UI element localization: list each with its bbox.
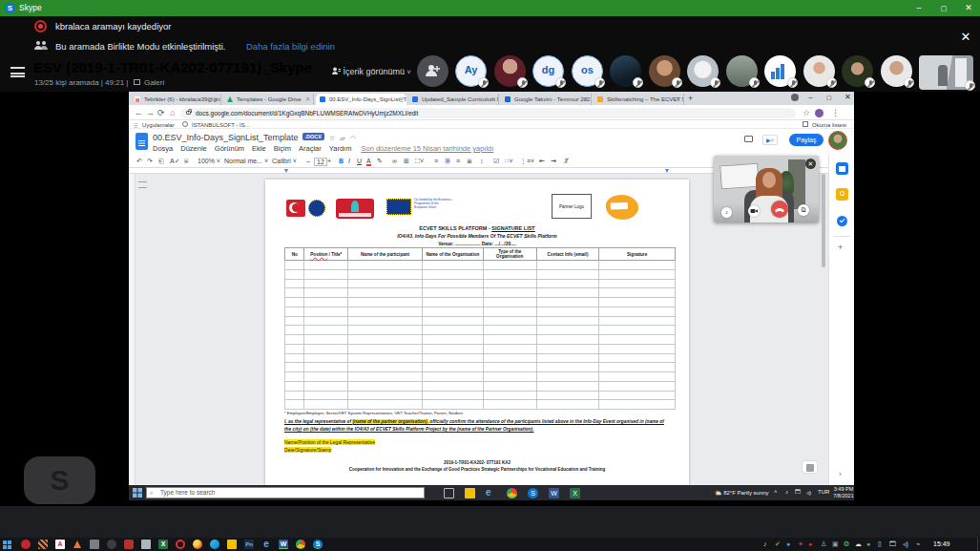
document-title[interactable]: 00.ESV_Info-Days_SignList_Template.DOCX☆… [153,133,356,142]
taskbar-search-box[interactable]: ⌕ Type here to search [146,487,425,498]
table-cell[interactable] [422,316,483,326]
browser-profile-avatar[interactable] [815,109,824,117]
explore-button[interactable] [802,460,818,474]
menu-gorunum[interactable]: Görünüm [215,144,244,153]
table-cell[interactable] [483,381,536,391]
table-cell[interactable] [348,363,423,372]
table-cell[interactable] [599,353,676,363]
keep-icon[interactable] [836,188,848,201]
line-spacing-icon[interactable]: ↕ [480,158,484,164]
start-icon[interactable] [133,488,142,498]
table-cell[interactable] [422,261,483,270]
participant-avatar[interactable] [610,55,641,87]
refresh-icon[interactable]: ⟳ [157,108,165,117]
font-select[interactable]: Calibri ˅ [272,158,297,164]
table-cell[interactable] [599,298,676,307]
table-cell[interactable] [599,269,676,279]
table-cell[interactable] [599,363,676,372]
document-page[interactable]: Co-funded by the Erasmus+ Programme of t… [265,180,689,485]
insert-link-icon[interactable]: ∞ [392,158,397,164]
table-row[interactable] [285,269,676,279]
table-cell[interactable] [285,261,304,270]
menu-duzenle[interactable]: Düzenle [180,144,207,153]
participant-avatar[interactable]: Ay [455,55,487,87]
table-cell[interactable] [536,307,598,316]
table-cell[interactable] [599,344,676,353]
table-cell[interactable] [348,288,423,298]
edge-icon[interactable]: e [486,488,496,498]
table-cell[interactable] [483,288,536,298]
table-cell[interactable] [599,279,676,288]
tray-mic-icon[interactable]: ♪ [785,489,788,495]
table-row[interactable] [285,353,676,363]
table-row[interactable] [285,307,676,316]
scrollbar-thumb[interactable] [822,174,825,267]
tray-mic-icon[interactable]: ♪ [763,540,767,547]
back-icon[interactable]: ← [135,108,143,117]
table-cell[interactable] [285,288,304,298]
table-row[interactable] [285,288,676,298]
table-row[interactable] [285,326,676,335]
table-cell[interactable] [348,344,423,353]
table-row[interactable] [285,298,676,307]
table-cell[interactable] [304,400,348,410]
table-cell[interactable] [599,372,676,382]
task-view-icon[interactable] [444,488,454,498]
excel-icon[interactable]: X [158,540,168,549]
clock[interactable]: 3:49 PM7/8/2021 [832,486,854,499]
table-cell[interactable] [348,400,423,410]
bookmark-star-icon[interactable]: ☆ [803,108,810,117]
table-cell[interactable] [599,335,676,345]
table-cell[interactable] [285,307,304,316]
decrease-indent-icon[interactable]: ⇤ [539,158,545,165]
table-cell[interactable] [304,353,348,363]
file-explorer-icon[interactable] [227,540,237,549]
tray-volume-icon[interactable]: ◃) [903,540,908,548]
table-cell[interactable] [599,261,676,270]
print-icon[interactable]: ⎗ [158,158,164,165]
cloud-status-icon[interactable]: ◠ [350,135,356,141]
address-bar[interactable]: docs.google.com/document/d/1KgGxqBNbFLUW… [180,108,796,118]
tasks-icon[interactable] [836,215,848,227]
table-cell[interactable] [483,353,536,363]
browser-maximize-button[interactable]: ▢ [826,94,832,100]
table-row[interactable] [285,335,676,345]
table-cell[interactable] [285,326,304,335]
table-cell[interactable] [304,391,348,400]
table-cell[interactable] [483,307,536,316]
participant-avatar[interactable] [687,55,719,87]
new-tab-button[interactable]: + [688,94,693,103]
table-cell[interactable] [304,344,348,353]
tray-antivirus-icon[interactable]: ✔ [775,540,781,548]
tray-app-icon[interactable]: ♙ [821,540,826,548]
table-cell[interactable] [422,307,483,316]
participant-avatar[interactable] [494,55,526,87]
table-cell[interactable] [348,316,423,326]
table-cell[interactable] [285,391,304,400]
table-cell[interactable] [348,326,423,335]
tab-close-icon[interactable]: ✕ [583,94,588,105]
participant-video-thumbnail[interactable] [919,55,973,90]
table-cell[interactable] [483,279,536,288]
table-cell[interactable] [536,391,598,400]
participant-avatar[interactable] [803,55,835,87]
tray-app-icon[interactable]: ▣ [832,540,839,548]
overlay-camera-button[interactable] [748,205,760,217]
table-cell[interactable] [285,400,304,410]
chrome-icon[interactable] [296,540,305,549]
tab-close-icon[interactable]: ✕ [676,94,680,105]
paint-format-icon[interactable]: ⌸ [184,158,188,165]
undo-icon[interactable]: ↶ [136,158,142,165]
host-clock[interactable]: 15:49 [933,540,950,547]
table-cell[interactable] [483,326,536,335]
table-cell[interactable] [483,269,536,279]
browser-tab[interactable]: Updated_Sample Curriculum Ma✕ [408,94,499,105]
overlay-flip-camera-button[interactable]: ⧉ [798,204,809,216]
reading-list-label[interactable]: Okuma listesi [812,122,846,128]
host-start-icon[interactable] [3,540,11,549]
share-button[interactable]: Paylaş [789,134,824,146]
tab-close-icon[interactable]: ✕ [399,94,404,105]
table-cell[interactable] [536,261,598,270]
tray-network-icon[interactable]: ◃) [806,489,811,496]
table-cell[interactable] [285,363,304,372]
